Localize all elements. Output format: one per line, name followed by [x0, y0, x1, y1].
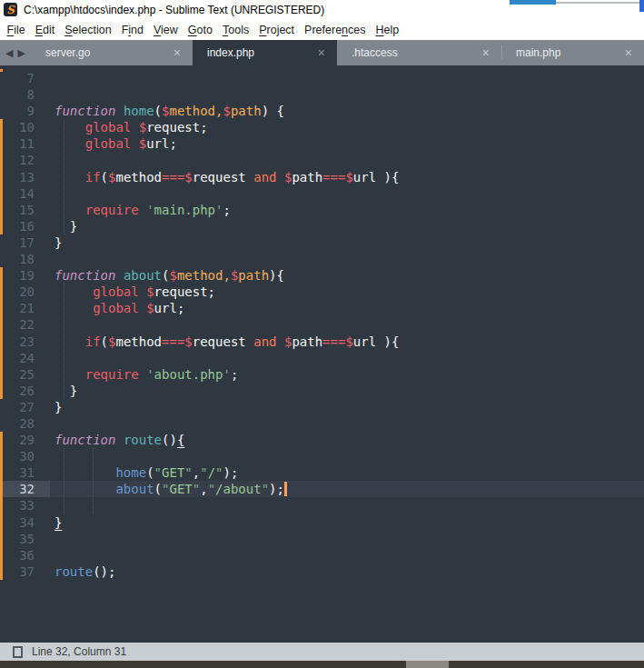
token: GET	[169, 482, 192, 496]
code-text: global $request;	[54, 284, 215, 299]
code-line-35[interactable]: 35	[0, 531, 644, 547]
token: ===	[162, 334, 184, 349]
menu-tools[interactable]: Tools	[217, 24, 253, 36]
token	[54, 120, 85, 135]
token: method	[177, 268, 223, 283]
line-number: 31	[0, 464, 50, 481]
token: path	[238, 268, 269, 283]
code-line-10[interactable]: 10 global $request;	[0, 119, 644, 135]
code-line-29[interactable]: 29function route(){	[0, 432, 644, 448]
code-line-7[interactable]: 7	[0, 70, 644, 86]
titlebar: S C:\xampp\htdocs\index.php - Sublime Te…	[0, 0, 644, 19]
tab-close-icon[interactable]: ×	[318, 45, 325, 60]
token: }	[54, 219, 77, 234]
line-number: 12	[0, 152, 50, 168]
token: $	[139, 136, 146, 151]
code-line-13[interactable]: 13 if($method===$request and $path===$ur…	[0, 169, 644, 185]
prev-tab-arrow-icon[interactable]: ◀	[5, 47, 13, 59]
token: GET	[162, 465, 184, 480]
code-line-12[interactable]: 12	[0, 152, 644, 168]
token: require	[85, 367, 139, 382]
token	[115, 104, 123, 118]
token: "	[215, 465, 223, 480]
indent-guide	[93, 448, 94, 513]
tabbar: ◀ ▶ server.go×index.php×.htaccess×main.p…	[0, 40, 644, 65]
menu-project[interactable]: Project	[254, 24, 300, 36]
tab-close-icon[interactable]: ×	[625, 45, 632, 60]
code-text: require 'about.php';	[54, 367, 238, 382]
token: ){	[376, 334, 399, 349]
code-line-20[interactable]: 20 global $request;	[0, 284, 644, 300]
code-line-34[interactable]: 34}	[0, 514, 644, 531]
menu-edit[interactable]: Edit	[30, 24, 60, 36]
tab-close-icon[interactable]: ×	[482, 45, 490, 60]
code-text: global $request;	[54, 120, 208, 135]
token: $	[139, 120, 146, 135]
token	[139, 367, 146, 382]
panel-toggle-icon[interactable]	[13, 646, 23, 658]
code-line-33[interactable]: 33	[0, 497, 644, 513]
code-line-25[interactable]: 25 require 'about.php';	[0, 366, 644, 383]
code-line-37[interactable]: 37route();	[0, 563, 644, 580]
token: $	[184, 334, 192, 349]
code-line-11[interactable]: 11 global $url;	[0, 135, 644, 152]
token: about	[115, 482, 154, 496]
token: ();	[93, 564, 115, 579]
code-line-17[interactable]: 17}	[0, 234, 644, 251]
menu-selection[interactable]: Selection	[60, 24, 116, 36]
line-number: 23	[0, 334, 50, 350]
tab-close-icon[interactable]: ×	[173, 45, 181, 60]
code-text: }	[54, 400, 62, 414]
token: '	[146, 367, 154, 382]
tab-label: .htaccess	[337, 46, 398, 59]
sublime-logo-icon: S	[4, 3, 17, 16]
code-line-21[interactable]: 21 global $url;	[0, 300, 644, 316]
menu-find[interactable]: Find	[116, 24, 148, 36]
modified-lines-marker	[0, 432, 3, 580]
text-cursor	[284, 482, 287, 496]
code-line-32[interactable]: 32 about("GET","/about");	[0, 481, 644, 497]
next-tab-arrow-icon[interactable]: ▶	[18, 47, 25, 59]
code-line-26[interactable]: 26 }	[0, 383, 644, 399]
line-number: 22	[0, 316, 50, 333]
code-line-28[interactable]: 28	[0, 415, 644, 432]
token: function	[54, 433, 115, 447]
menu-view[interactable]: View	[148, 24, 183, 36]
code-text: }	[54, 384, 77, 398]
code-line-8[interactable]: 8	[0, 86, 644, 103]
code-text: global $url;	[54, 136, 177, 151]
code-line-22[interactable]: 22	[0, 316, 644, 333]
code-line-30[interactable]: 30	[0, 448, 644, 464]
code-line-27[interactable]: 27}	[0, 399, 644, 415]
menu-file[interactable]: File	[2, 24, 30, 36]
code-line-19[interactable]: 19function about($method,$path){	[0, 267, 644, 284]
tab-label: index.php	[193, 46, 254, 59]
menu-goto[interactable]: Goto	[183, 24, 217, 36]
token	[115, 268, 123, 283]
token: home	[124, 104, 154, 118]
code-line-18[interactable]: 18	[0, 251, 644, 267]
tab-index-php[interactable]: index.php×	[193, 40, 337, 65]
menu-preferences[interactable]: Preferences	[300, 24, 371, 36]
token: }	[54, 400, 62, 414]
window-title: C:\xampp\htdocs\index.php - Sublime Text…	[24, 4, 324, 16]
tab-server-go[interactable]: server.go×	[31, 40, 193, 65]
code-line-24[interactable]: 24	[0, 350, 644, 366]
token: global	[93, 301, 139, 315]
code-line-23[interactable]: 23 if($method===$request and $path===$ur…	[0, 334, 644, 350]
code-line-31[interactable]: 31 home("GET","/");	[0, 464, 644, 481]
code-line-9[interactable]: 9function home($method,$path) {	[0, 103, 644, 119]
token: '	[223, 367, 230, 382]
token: (	[146, 465, 154, 480]
token: ,	[193, 465, 200, 480]
code-line-15[interactable]: 15 require 'main.php';	[0, 202, 644, 218]
menu-help[interactable]: Help	[371, 24, 404, 36]
tab--htaccess[interactable]: .htaccess×	[337, 40, 501, 65]
editor[interactable]: 789function home($method,$path) {10 glob…	[0, 65, 644, 643]
tab-main-php[interactable]: main.php×	[501, 40, 644, 65]
code-line-16[interactable]: 16 }	[0, 218, 644, 234]
line-number: 28	[0, 415, 50, 432]
line-number: 30	[0, 448, 50, 464]
code-line-14[interactable]: 14	[0, 185, 644, 202]
code-line-36[interactable]: 36	[0, 547, 644, 563]
